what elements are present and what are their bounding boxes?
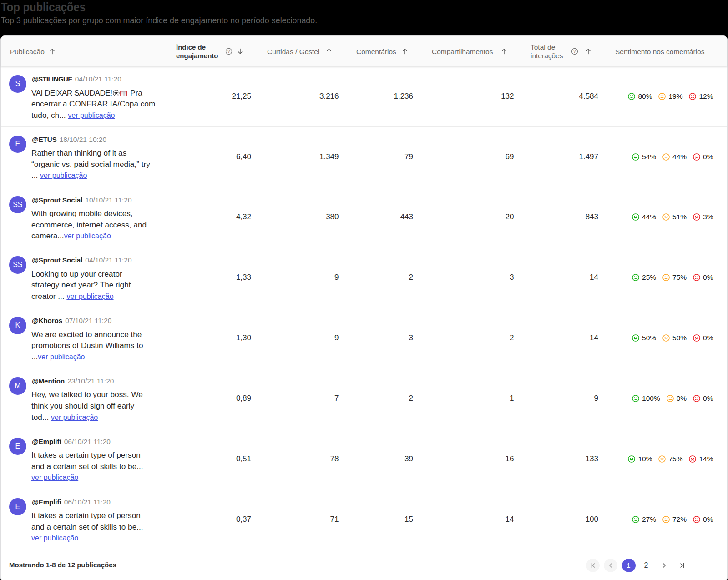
svg-text:?: ?	[573, 49, 576, 54]
svg-text:?: ?	[228, 49, 230, 54]
